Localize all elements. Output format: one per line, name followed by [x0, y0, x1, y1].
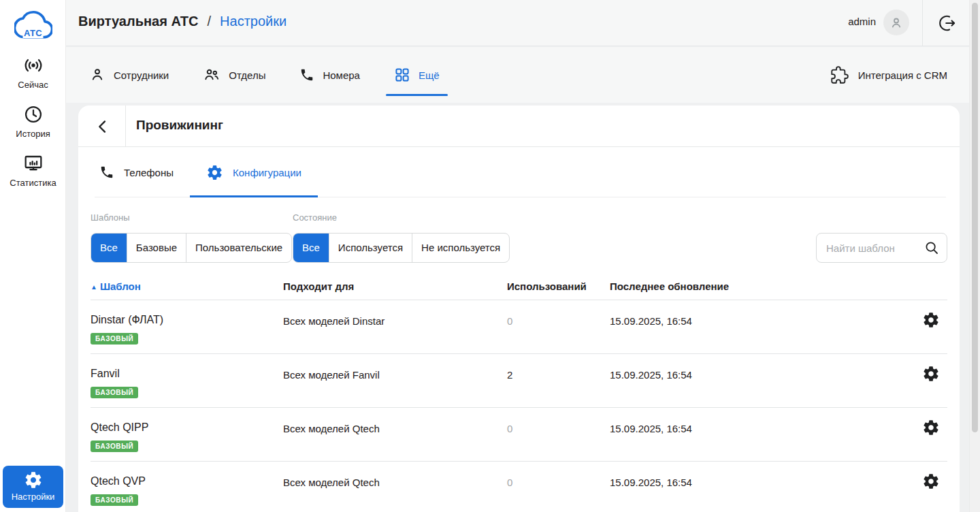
breadcrumb-current[interactable]: Настройки	[220, 14, 287, 29]
column-header-fits[interactable]: Подходит для	[283, 281, 354, 292]
state-option-unused[interactable]: Не используется	[412, 234, 509, 262]
tab-label: Сотрудники	[114, 69, 169, 81]
updated-value: 15.09.2025, 16:54	[610, 315, 692, 327]
logout-icon	[938, 14, 957, 33]
template-type-badge: БАЗОВЫЙ	[91, 441, 138, 452]
updated-value: 15.09.2025, 16:54	[610, 477, 692, 488]
template-name: Dinstar (ФЛАТ)	[91, 314, 163, 326]
row-settings-button[interactable]	[922, 311, 940, 332]
column-header-usage[interactable]: Использований	[507, 281, 587, 292]
template-type-badge: БАЗОВЫЙ	[91, 333, 138, 345]
puzzle-icon	[830, 66, 849, 84]
template-type-badge: БАЗОВЫЙ	[91, 494, 138, 506]
usage-count: 2	[507, 369, 512, 381]
column-header-template-sorted[interactable]: ▲Шаблон	[91, 281, 141, 292]
header-divider	[922, 0, 923, 46]
table-header: ▲Шаблон Подходит для Использований После…	[78, 281, 960, 300]
subtab-phones[interactable]: Телефоны	[91, 147, 182, 197]
column-header-updated[interactable]: Последнее обновление	[610, 281, 729, 292]
table-row[interactable]: Qtech QIPP БАЗОВЫЙ Всех моделей Qtech 0 …	[78, 408, 960, 462]
state-option-all[interactable]: Все	[293, 234, 329, 262]
panel-header-divider	[125, 106, 126, 147]
updated-value: 15.09.2025, 16:54	[610, 369, 692, 381]
grid-icon	[394, 67, 410, 83]
sub-tabbar: Телефоны Конфигурации	[78, 147, 960, 197]
app-logo: АТС	[0, 4, 66, 44]
template-search	[816, 233, 947, 263]
templates-option-all[interactable]: Все	[91, 234, 127, 262]
gear-icon	[206, 164, 223, 181]
subtab-label: Телефоны	[124, 167, 174, 178]
user-icon	[888, 14, 904, 31]
sidebar-item-statistics[interactable]: Статистика	[0, 153, 66, 188]
phone-icon	[99, 165, 114, 180]
panel-header: Провижининг	[78, 106, 960, 147]
sidebar-item-label: Сейчас	[0, 80, 66, 90]
table-row[interactable]: Dinstar (ФЛАТ) БАЗОВЫЙ Всех моделей Dins…	[78, 300, 960, 354]
fits-value: Всех моделей Qtech	[283, 477, 380, 488]
usage-count: 0	[507, 315, 512, 327]
state-filter-label: Состояние	[293, 212, 337, 223]
breadcrumb: Виртуальная АТС / Настройки	[78, 14, 287, 29]
template-name: Qtech QIPP	[91, 421, 148, 434]
templates-option-basic[interactable]: Базовые	[127, 234, 186, 262]
templates-filter: Все Базовые Пользовательские	[91, 233, 292, 263]
subtab-label: Конфигурации	[233, 167, 301, 178]
avatar[interactable]	[883, 10, 909, 35]
template-name: Fanvil	[91, 368, 120, 380]
phone-icon	[299, 67, 314, 82]
sidebar-item-history[interactable]: История	[0, 103, 66, 139]
sidebar-item-label: Статистика	[0, 178, 66, 188]
table-row[interactable]: Qtech QVP БАЗОВЫЙ Всех моделей Qtech 0 1…	[78, 462, 960, 512]
people-icon	[203, 67, 220, 83]
gear-icon	[24, 470, 43, 490]
state-option-used[interactable]: Используется	[329, 234, 412, 262]
logo-text: АТС	[22, 28, 44, 38]
fits-value: Всех моделей Qtech	[283, 423, 380, 434]
page-title: Провижининг	[136, 118, 223, 133]
tab-crm-label: Интеграция с CRM	[858, 69, 947, 81]
sort-asc-icon: ▲	[91, 283, 97, 291]
sidebar-item-now[interactable]: Сейчас	[0, 54, 66, 90]
tab-label: Отделы	[229, 69, 265, 81]
person-icon	[89, 67, 105, 83]
main-tabbar: Сотрудники Отделы Номера Ещё Интеграция …	[66, 47, 980, 103]
sidebar-item-label: История	[0, 129, 66, 139]
table-row[interactable]: Fanvil БАЗОВЫЙ Всех моделей Fanvil 2 15.…	[78, 354, 960, 408]
fits-value: Всех моделей Fanvil	[283, 369, 380, 381]
fits-value: Всех моделей Dinstar	[283, 315, 385, 327]
row-settings-button[interactable]	[922, 419, 940, 439]
vertical-scrollbar[interactable]	[969, 0, 980, 512]
templates-option-custom[interactable]: Пользовательские	[186, 234, 291, 262]
row-settings-button[interactable]	[922, 473, 940, 493]
tab-crm-integration[interactable]: Интеграция с CRM	[830, 47, 947, 103]
top-header: Виртуальная АТС / Настройки admin	[66, 0, 980, 46]
tab-label: Номера	[323, 69, 360, 81]
sidebar-item-settings[interactable]: Настройки	[3, 466, 63, 508]
tab-more[interactable]: Ещё	[386, 47, 448, 103]
subtab-configurations[interactable]: Конфигурации	[198, 147, 310, 197]
tab-numbers[interactable]: Номера	[291, 47, 368, 103]
templates-filter-label: Шаблоны	[91, 212, 130, 223]
scrollbar-thumb[interactable]	[972, 3, 978, 432]
updated-value: 15.09.2025, 16:54	[610, 423, 692, 434]
gear-icon	[922, 473, 940, 490]
sidebar-item-label: Настройки	[3, 492, 63, 502]
back-button[interactable]	[93, 117, 112, 136]
provisioning-panel: Провижининг Телефоны Конфигурации Шаблон…	[78, 106, 960, 512]
usage-count: 0	[507, 423, 512, 434]
tab-label: Ещё	[419, 69, 440, 81]
row-settings-button[interactable]	[922, 365, 940, 385]
tab-employees[interactable]: Сотрудники	[81, 47, 177, 103]
gear-icon	[922, 419, 940, 436]
user-name: admin	[848, 16, 876, 27]
breadcrumb-separator: /	[208, 14, 212, 29]
template-name: Qtech QVP	[91, 475, 146, 487]
logout-button[interactable]	[938, 14, 957, 35]
gear-icon	[922, 365, 940, 383]
broadcast-icon	[22, 54, 44, 76]
search-icon[interactable]	[924, 240, 940, 259]
breadcrumb-root: Виртуальная АТС	[78, 14, 199, 29]
tab-departments[interactable]: Отделы	[195, 47, 274, 103]
chevron-left-icon	[93, 117, 112, 136]
